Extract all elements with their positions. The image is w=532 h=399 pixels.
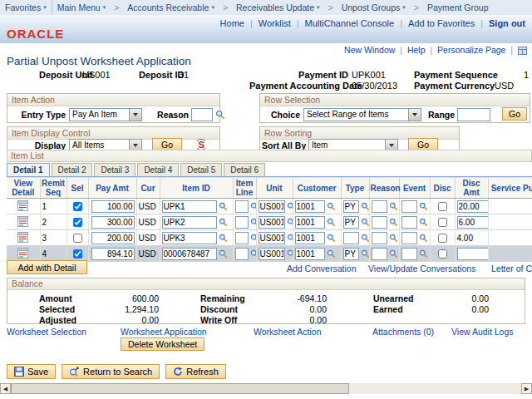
type-lookup-icon[interactable] bbox=[361, 234, 369, 243]
unit-input[interactable] bbox=[259, 216, 285, 229]
item-line-input[interactable] bbox=[235, 248, 249, 260]
tab-detail-5[interactable]: Detail 5 bbox=[180, 163, 222, 176]
reason-lookup-icon[interactable] bbox=[389, 218, 398, 227]
reason-input[interactable] bbox=[191, 108, 213, 121]
add-with-detail-button[interactable]: Add with Detail bbox=[7, 260, 87, 274]
customer-input[interactable] bbox=[295, 248, 325, 260]
reason-lookup-icon[interactable] bbox=[389, 249, 398, 259]
entry-type-select[interactable]: Pay An Item bbox=[69, 108, 142, 121]
type-input[interactable] bbox=[343, 248, 359, 260]
copy-url-icon[interactable] bbox=[518, 47, 527, 55]
sel-checkbox[interactable] bbox=[73, 249, 82, 259]
worksheet-action-link[interactable]: Worksheet Action bbox=[254, 327, 322, 337]
unit-lookup-icon[interactable] bbox=[287, 218, 293, 227]
reason-lookup-icon[interactable] bbox=[389, 202, 398, 211]
letter-of-credit-link[interactable]: Letter of Cre bbox=[491, 264, 532, 273]
customer-input[interactable] bbox=[295, 200, 325, 213]
delete-worksheet-button[interactable]: Delete Worksheet bbox=[121, 337, 204, 351]
item-line-lookup-icon[interactable] bbox=[250, 234, 256, 243]
unit-lookup-icon[interactable] bbox=[287, 202, 293, 211]
reason-input[interactable] bbox=[372, 232, 387, 244]
item-id-lookup-icon[interactable] bbox=[219, 249, 228, 259]
event-input[interactable] bbox=[401, 248, 417, 260]
multichannel-console-link[interactable]: MultiChannel Console bbox=[305, 18, 395, 28]
event-lookup-icon[interactable] bbox=[419, 234, 428, 243]
type-lookup-icon[interactable] bbox=[361, 202, 369, 211]
add-conversation-link[interactable]: Add Conversation bbox=[287, 264, 356, 273]
worklist-link[interactable]: Worklist bbox=[259, 18, 291, 28]
item-id-input[interactable] bbox=[162, 248, 217, 260]
tab-detail-3[interactable]: Detail 3 bbox=[94, 163, 135, 176]
disc-checkbox[interactable] bbox=[438, 202, 447, 211]
pay-amt-input[interactable] bbox=[91, 232, 135, 244]
type-lookup-icon[interactable] bbox=[361, 218, 369, 227]
type-input[interactable] bbox=[343, 232, 359, 244]
item-id-input[interactable] bbox=[162, 200, 217, 213]
unit-input[interactable] bbox=[259, 200, 285, 213]
customer-lookup-icon[interactable] bbox=[327, 249, 336, 259]
view-audit-logs-link[interactable]: View Audit Logs bbox=[451, 327, 514, 337]
event-lookup-icon[interactable] bbox=[419, 202, 428, 211]
tab-detail-6[interactable]: Detail 6 bbox=[224, 163, 265, 176]
event-lookup-icon[interactable] bbox=[419, 249, 428, 259]
disc-checkbox[interactable] bbox=[438, 249, 447, 259]
customer-lookup-icon[interactable] bbox=[327, 218, 336, 227]
sel-checkbox[interactable] bbox=[73, 218, 82, 227]
new-window-link[interactable]: New Window bbox=[344, 45, 395, 55]
save-button[interactable]: Save bbox=[7, 364, 56, 379]
view-detail-icon[interactable] bbox=[17, 200, 28, 211]
unit-lookup-icon[interactable] bbox=[287, 249, 293, 259]
tab-detail-4[interactable]: Detail 4 bbox=[137, 163, 179, 176]
disc-amt-input[interactable] bbox=[457, 200, 489, 213]
reason-lookup-icon[interactable] bbox=[389, 234, 398, 243]
unit-input[interactable] bbox=[259, 248, 285, 260]
breadcrumb-item-accounts-receivable[interactable]: Accounts Receivable ▾ bbox=[122, 0, 219, 15]
scroll-left-arrow[interactable]: ◀ bbox=[0, 383, 11, 394]
item-id-lookup-icon[interactable] bbox=[219, 218, 228, 227]
scrollbar-thumb[interactable] bbox=[11, 383, 349, 394]
refresh-button[interactable]: Refresh bbox=[165, 364, 226, 379]
customer-input[interactable] bbox=[295, 232, 325, 244]
return-to-search-button[interactable]: Return to Search bbox=[62, 364, 160, 379]
item-id-lookup-icon[interactable] bbox=[219, 202, 228, 211]
add-to-favorites-link[interactable]: Add to Favorites bbox=[408, 18, 475, 28]
view-detail-icon[interactable] bbox=[17, 216, 28, 227]
disc-checkbox[interactable] bbox=[438, 234, 447, 243]
help-link[interactable]: Help bbox=[407, 45, 426, 55]
sel-checkbox[interactable] bbox=[73, 234, 82, 243]
worksheet-application-link[interactable]: Worksheet Application bbox=[121, 327, 207, 337]
chevron-down-icon[interactable] bbox=[408, 109, 421, 121]
breadcrumb-item-main-menu[interactable]: Main Menu ▾ bbox=[52, 0, 111, 15]
disc-amt-input[interactable] bbox=[457, 248, 489, 260]
event-input[interactable] bbox=[401, 232, 417, 244]
choice-select[interactable]: Select Range of Items bbox=[303, 108, 421, 121]
attachments-link[interactable]: Attachments (0) bbox=[372, 327, 434, 337]
unit-lookup-icon[interactable] bbox=[287, 234, 293, 243]
horizontal-scrollbar[interactable]: ◀ ▶ bbox=[0, 383, 532, 394]
tab-detail-1[interactable]: Detail 1 bbox=[7, 163, 50, 176]
worksheet-selection-link[interactable]: Worksheet Selection bbox=[7, 327, 86, 337]
type-lookup-icon[interactable] bbox=[361, 249, 369, 259]
type-input[interactable] bbox=[343, 200, 359, 213]
reason-input[interactable] bbox=[372, 248, 387, 260]
reason-lookup-icon[interactable] bbox=[215, 110, 225, 120]
breadcrumb-item-receivables-update[interactable]: Receivables Update ▾ bbox=[231, 0, 325, 15]
customer-input[interactable] bbox=[295, 216, 325, 229]
reason-input[interactable] bbox=[372, 216, 387, 229]
item-id-lookup-icon[interactable] bbox=[219, 234, 228, 243]
reason-input[interactable] bbox=[372, 200, 387, 213]
favorites-menu[interactable]: Favorites ▾ bbox=[0, 0, 52, 15]
item-line-input[interactable] bbox=[235, 200, 249, 213]
personalize-page-link[interactable]: Personalize Page bbox=[437, 45, 505, 55]
item-line-lookup-icon[interactable] bbox=[250, 218, 256, 227]
tab-detail-2[interactable]: Detail 2 bbox=[52, 163, 93, 176]
view-detail-icon[interactable] bbox=[17, 232, 28, 243]
unit-input[interactable] bbox=[259, 232, 285, 244]
item-line-input[interactable] bbox=[235, 232, 249, 244]
chevron-down-icon[interactable] bbox=[129, 109, 141, 121]
item-id-input[interactable] bbox=[162, 232, 217, 244]
event-lookup-icon[interactable] bbox=[419, 218, 428, 227]
row-selection-go-button[interactable]: Go bbox=[502, 107, 527, 121]
item-line-lookup-icon[interactable] bbox=[250, 202, 256, 211]
customer-lookup-icon[interactable] bbox=[327, 234, 336, 243]
